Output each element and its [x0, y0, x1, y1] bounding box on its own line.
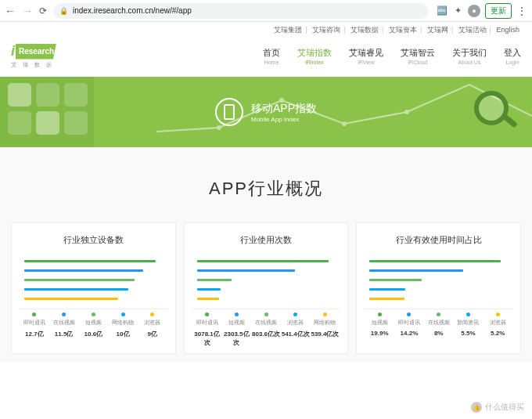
section-title: APP行业概况 — [11, 177, 521, 200]
legend-item: 短视频19.9% — [365, 312, 394, 337]
nav-about[interactable]: 关于我们About Us — [452, 47, 487, 65]
chart-bar — [24, 279, 135, 281]
nav-cloud[interactable]: 艾瑞智云iRCloud — [401, 47, 435, 65]
legend-item: 在线视频8% — [424, 312, 454, 337]
chart-bar — [369, 269, 463, 272]
top-link[interactable]: 艾瑞资本 — [389, 26, 417, 34]
legend-item: 网络购物539.4亿次 — [311, 312, 340, 347]
legend-item: 即时通讯12.7亿 — [20, 312, 49, 338]
browser-toolbar: ← → ⟳ 🔒 index.iresearch.com.cn/new/#/app… — [0, 0, 532, 22]
top-link[interactable]: 艾瑞数据 — [350, 26, 379, 34]
banner: 移动APP指数 Mobile App Index — [0, 77, 532, 147]
card-title: 行业独立设备数 — [20, 234, 167, 246]
legend-item: 短视频2303.5亿次 — [221, 312, 251, 347]
lock-icon: 🔒 — [59, 7, 68, 15]
chart-bar — [24, 298, 118, 300]
chart-bar — [24, 260, 156, 262]
top-link[interactable]: 艾瑞咨询 — [312, 26, 340, 34]
legend-item: 在线视频11.5亿 — [49, 312, 79, 338]
chart-bar — [369, 279, 422, 281]
top-link[interactable]: 艾瑞网 — [427, 26, 448, 34]
chart-bar — [369, 260, 501, 262]
thumbs-up-icon: 👍 — [471, 402, 482, 413]
stat-card: 行业有效使用时间占比短视频19.9%即时通讯14.2%在线视频8%新闻资讯5.5… — [356, 222, 521, 354]
logo-i: i — [11, 43, 15, 60]
legend-item: 浏览器9亿 — [138, 312, 167, 338]
nav-index[interactable]: 艾瑞指数iRIndex — [297, 47, 332, 65]
main-nav: 首页Home 艾瑞指数iRIndex 艾瑞睿见iRView 艾瑞智云iRClou… — [263, 47, 521, 65]
top-link[interactable]: English — [496, 26, 519, 34]
update-button[interactable]: 更新 — [485, 3, 512, 19]
legend-item: 即时通讯3078.1亿次 — [192, 312, 222, 347]
menu-icon[interactable]: ⋮ — [516, 5, 527, 17]
header: i Research 艾 瑞 数 据 首页Home 艾瑞指数iRIndex 艾瑞… — [0, 38, 532, 77]
magnifier-icon — [474, 91, 509, 125]
legend-item: 浏览器541.4亿次 — [281, 312, 311, 347]
chart-bar — [197, 298, 219, 300]
forward-icon: → — [22, 5, 33, 17]
stat-card: 行业独立设备数即时通讯12.7亿在线视频11.5亿短视频10.6亿网络购物10亿… — [11, 222, 176, 354]
logo-flag: Research — [16, 44, 56, 60]
top-links: 艾瑞集团| 艾瑞咨询| 艾瑞数据| 艾瑞资本| 艾瑞网| 艾瑞活动| Engli… — [0, 22, 532, 38]
legend-item: 短视频10.6亿 — [78, 312, 108, 338]
top-link[interactable]: 艾瑞集团 — [274, 26, 302, 34]
chart-bar — [197, 269, 295, 272]
back-icon[interactable]: ← — [5, 5, 16, 17]
reload-icon[interactable]: ⟳ — [39, 5, 47, 16]
logo-subtitle: 艾 瑞 数 据 — [11, 61, 56, 69]
legend-item: 新闻资讯5.5% — [454, 312, 483, 337]
nav-login[interactable]: 登入Login — [504, 47, 521, 65]
stat-card: 行业使用次数即时通讯3078.1亿次短视频2303.5亿次在线视频803.6亿次… — [184, 222, 349, 354]
legend-item: 即时通讯14.2% — [394, 312, 424, 337]
chart-bar — [369, 298, 404, 300]
card-title: 行业有效使用时间占比 — [365, 234, 512, 246]
svg-point-2 — [342, 121, 347, 126]
watermark: 👍 什么值得买 — [471, 402, 524, 413]
top-link[interactable]: 艾瑞活动 — [458, 26, 487, 34]
chart-bar — [24, 288, 128, 291]
chart-bar — [24, 269, 143, 272]
chart-bar — [369, 288, 405, 291]
content: APP行业概况 行业独立设备数即时通讯12.7亿在线视频11.5亿短视频10.6… — [0, 147, 532, 362]
translate-icon[interactable]: 🔤 — [437, 5, 448, 16]
nav-view[interactable]: 艾瑞睿见iRView — [349, 47, 383, 65]
card-title: 行业使用次数 — [192, 234, 340, 246]
banner-title: 移动APP指数 — [251, 102, 317, 116]
nav-home[interactable]: 首页Home — [263, 47, 280, 65]
avatar[interactable]: ● — [468, 5, 480, 17]
logo[interactable]: i Research 艾 瑞 数 据 — [11, 43, 56, 69]
legend-item: 网络购物10亿 — [108, 312, 138, 338]
legend-item: 在线视频803.6亿次 — [251, 312, 281, 347]
chart-bar — [197, 279, 232, 281]
chart-bar — [197, 260, 329, 262]
url-text: index.iresearch.com.cn/new/#/app — [73, 6, 192, 15]
address-bar[interactable]: 🔒 index.iresearch.com.cn/new/#/app — [53, 3, 429, 19]
banner-subtitle: Mobile App Index — [251, 116, 317, 123]
chart-bar — [197, 288, 221, 291]
svg-point-3 — [404, 110, 409, 114]
puzzle-icon[interactable]: ✦ — [452, 5, 463, 16]
legend-item: 浏览器5.2% — [483, 312, 512, 337]
phone-icon — [215, 98, 243, 126]
